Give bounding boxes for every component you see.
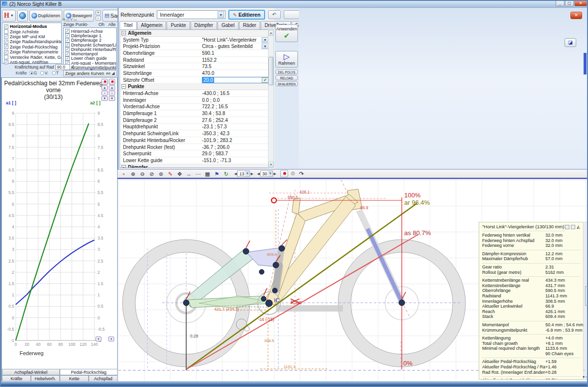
a1-scale-up-button[interactable]: ▲: [101, 85, 108, 90]
property-tab[interactable]: Dämpfer: [191, 21, 217, 29]
property-row[interactable]: Oberrohrlänge 590.1 590.1✔ ▼: [120, 50, 269, 57]
scrollbar-thumb[interactable]: [585, 286, 587, 306]
section-header-daempfer[interactable]: − Dämpfer: [120, 164, 269, 168]
maximize-button[interactable]: ▢: [565, 0, 574, 6]
pin-a1-button[interactable]: [101, 79, 108, 85]
title-bar[interactable]: (2) Norco Sight Killer B _ ▢ ✕: [0, 0, 588, 8]
duplicate-button[interactable]: ⟳Duplizieren: [29, 10, 62, 22]
increase-button[interactable]: +: [96, 10, 101, 15]
property-row[interactable]: Sitzrohr Offset 20.0 20.0✔ ▼: [120, 77, 269, 84]
collapse-icon[interactable]: −: [122, 31, 126, 35]
a2-scale-up-button[interactable]: ▲: [109, 85, 115, 90]
toolbar-icon[interactable]: ⋯: [194, 170, 202, 177]
checkbox[interactable]: ✓: [4, 50, 8, 54]
decrease-button[interactable]: -: [96, 16, 101, 21]
checkbox[interactable]: ✓: [4, 60, 8, 64]
checkbox[interactable]: ✓: [4, 24, 8, 29]
collapse-icon[interactable]: −: [122, 84, 126, 89]
property-row[interactable]: Sitzwinkel 73.5 73.5✔ ▼: [120, 63, 269, 70]
collapse-panel-icon[interactable]: ◭: [577, 224, 580, 229]
property-tab[interactable]: Räder: [239, 21, 260, 29]
toolbar-icon[interactable]: ⊕: [129, 170, 137, 177]
undo-button[interactable]: ↶: [268, 10, 281, 19]
toolbar-icon[interactable]: ↔: [185, 170, 193, 177]
panel-layout-icon[interactable]: [565, 225, 569, 229]
section-header-punkte[interactable]: − Punkte: [120, 84, 269, 91]
h-menu-button[interactable]: H▼: [2, 10, 16, 22]
property-row[interactable]: System Typ "Horst Link"-Viergelenker "Ho…: [120, 37, 269, 44]
toolbar-icon[interactable]: ✎: [166, 170, 174, 177]
panel-close-button[interactable]: ✕: [570, 12, 582, 19]
edit-button[interactable]: ✎ Editieren: [228, 10, 265, 20]
checkbox[interactable]: ✓: [4, 40, 8, 44]
expand-arrow-icon[interactable]: ▾ ›: [583, 375, 587, 379]
web-button[interactable]: [17, 10, 28, 22]
chart-tab[interactable]: Pedal-Rückschlag: [60, 369, 118, 375]
checkbox[interactable]: ✓: [65, 56, 70, 61]
force-radio-option[interactable]: T: [52, 71, 59, 75]
checkbox[interactable]: ✓: [65, 47, 70, 51]
spinner-arrows[interactable]: ▲▼: [72, 65, 74, 70]
checkbox[interactable]: ✓: [65, 29, 70, 33]
frame-button[interactable]: ▷Rahmen: [275, 51, 298, 68]
redo-arrow-icon[interactable]: ↷: [298, 170, 306, 177]
property-row[interactable]: Projekt-Präzision Circa - gutes Seitenbi…: [120, 43, 269, 50]
property-row[interactable]: Dämpferauge 2 27.6 ; 252.4: [120, 117, 269, 124]
checkbox[interactable]: ✓: [4, 29, 8, 34]
confirm-edit-button[interactable]: ✔: [262, 77, 269, 83]
property-row[interactable]: Drehpunkt Rocker (fest) -36.7 ; 206.0: [120, 144, 269, 151]
checkbox[interactable]: ✓: [65, 38, 70, 43]
property-row[interactable]: Hinterrad-Achse -430.0 ; 16.5: [120, 90, 269, 97]
property-row[interactable]: Innenlager 0.0 ; 0.0: [120, 97, 269, 104]
property-row[interactable]: Schwerpunkt 29.0 ; 583.7: [120, 150, 269, 157]
scroll-down-left-button[interactable]: ▾: [96, 337, 101, 341]
chevron-down-icon[interactable]: ▼: [262, 37, 269, 43]
extra-action-button[interactable]: DEL POLYS: [275, 70, 298, 74]
hv-mini-controls[interactable]: H ▭ V ▭: [63, 18, 77, 22]
toolbar-icon[interactable]: ⚑: [213, 170, 221, 177]
close-button[interactable]: ✕: [574, 0, 587, 6]
property-row[interactable]: Vorderrad-Achse 722.2 ; 16.5: [120, 104, 269, 111]
bike-drawing-canvas[interactable]: 426.1590.566.9100%ar 96.4%as 80.7%609.44…: [118, 180, 587, 381]
property-value-input[interactable]: 20.0✔: [202, 77, 269, 83]
panel-layout-icon[interactable]: [571, 225, 575, 229]
show-other-curves-button[interactable]: Zeige andere Kurven ⌀⌀ ◢: [63, 70, 117, 76]
extra-action-button[interactable]: RELOAD: [275, 75, 298, 80]
toolbar-icon[interactable]: ▫: [120, 170, 128, 177]
property-tab[interactable]: Allgemein: [137, 21, 167, 29]
toolbar-icon[interactable]: ⊖: [138, 170, 147, 177]
toolbar-icon[interactable]: ✥: [175, 170, 184, 177]
pin-button[interactable]: [280, 170, 288, 177]
force-radio-option[interactable]: G: [29, 71, 37, 75]
toolbar-icon[interactable]: ▦: [203, 170, 212, 177]
property-tab[interactable]: Gabel: [218, 21, 239, 29]
info-scrollbar[interactable]: [585, 222, 587, 380]
checkbox[interactable]: ✓: [65, 33, 70, 38]
a2-scale-down-button[interactable]: ▼: [109, 96, 115, 101]
chevron-down-icon[interactable]: ▼: [262, 44, 269, 49]
extra-action-button[interactable]: SKALIEREN: [275, 81, 298, 86]
frame-rate-spinner[interactable]: ◀ 30▼ ▶: [257, 170, 276, 177]
property-scrollbar[interactable]: ▲ ▼: [268, 29, 274, 168]
minimize-button[interactable]: _: [556, 0, 564, 6]
checkbox[interactable]: ✓: [4, 45, 8, 49]
section-header-allgemein[interactable]: − Allgemein: [120, 30, 269, 37]
a1-scale-dot-button[interactable]: •: [101, 91, 108, 96]
scroll-up-icon[interactable]: ▲: [269, 30, 273, 36]
property-row[interactable]: Radstand 1152.2 1152.2✔ ▼: [120, 57, 269, 64]
property-tab[interactable]: Punkte: [167, 21, 190, 29]
dock-panel-button[interactable]: ◪: [564, 38, 576, 47]
property-tab[interactable]: Titel: [120, 21, 137, 29]
checkbox[interactable]: ✓: [65, 52, 70, 56]
redo-button[interactable]: [284, 10, 300, 19]
property-row[interactable]: Sitzrohrlänge 470.0 470.0✔ ▼: [120, 70, 269, 77]
reference-point-select[interactable]: Innenlager ▼: [157, 10, 225, 19]
collapse-icon[interactable]: −: [122, 165, 126, 168]
checkbox[interactable]: ✓: [4, 34, 8, 39]
a1-scale-down-button[interactable]: ▼: [101, 96, 108, 101]
scroll-down-icon[interactable]: ▼: [269, 162, 273, 168]
property-row[interactable]: Hauptdrehpunkt -23.1 ; 57.3: [120, 124, 269, 131]
pin-a2-button[interactable]: [109, 79, 115, 85]
scroll-down-right-button[interactable]: ▾: [108, 337, 114, 341]
toolbar-icon[interactable]: ↻: [222, 170, 230, 177]
